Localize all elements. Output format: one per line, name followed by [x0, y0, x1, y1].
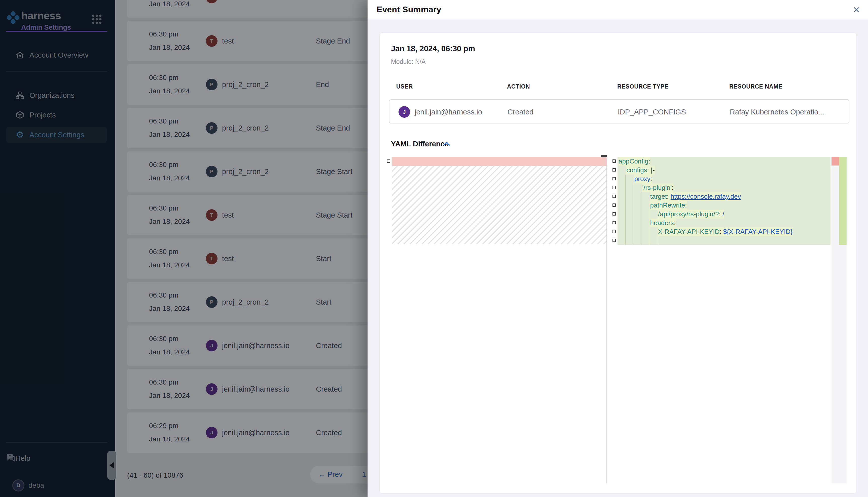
- user-menu[interactable]: D deba: [6, 477, 107, 494]
- avatar: T: [206, 0, 218, 3]
- row-action: Stage End: [316, 37, 350, 45]
- yaml-token: :: [685, 201, 687, 209]
- row-user: test: [222, 37, 234, 45]
- row-date: Jan 18, 2024: [149, 43, 190, 52]
- svg-text:?: ?: [9, 454, 11, 458]
- audit-row[interactable]: 06:30 pmJan 18, 2024Pproj_2_cron_2Stage …: [127, 108, 369, 148]
- audit-row[interactable]: 06:30 pmJan 18, 2024Pproj_2_cron_2Start: [127, 282, 369, 322]
- diff-line-marker[interactable]: [612, 221, 616, 224]
- row-date: Jan 18, 2024: [149, 435, 190, 443]
- row-action: Created: [316, 429, 342, 437]
- yaml-token[interactable]: https://console.rafay.dev: [671, 193, 741, 200]
- yaml-token: [669, 193, 670, 200]
- gear-icon: ⚙: [15, 130, 24, 139]
- yaml-token: pathRewrite: [650, 201, 685, 209]
- diff-line-marker[interactable]: [612, 159, 616, 163]
- user-name: deba: [28, 481, 44, 489]
- event-summary-drawer: Event Summary ✕ Jan 18, 2024, 06:30 pm M…: [368, 0, 868, 497]
- row-user: proj_2_cron_2: [222, 168, 268, 176]
- yaml-token: :: [672, 184, 673, 191]
- event-card: Jan 18, 2024, 06:30 pm Module: N/A USER …: [380, 33, 857, 494]
- audit-row[interactable]: 06:30 pmJan 18, 2024Pproj_2_cron_2End: [127, 65, 369, 105]
- avatar: P: [206, 122, 218, 134]
- diff-line-marker[interactable]: [387, 159, 390, 163]
- diff-code-line: X-RAFAY-API-KEYID: ${X-RAFAY-API-KEYID}: [618, 227, 830, 236]
- event-table-row: J jenil.jain@harness.io Created IDP_APP_…: [389, 99, 849, 124]
- event-action: Created: [508, 108, 534, 116]
- audit-row[interactable]: 06:30 pmJan 18, 2024TtestStart: [127, 239, 369, 279]
- close-icon[interactable]: ✕: [851, 4, 862, 15]
- audit-row[interactable]: 06:30 pmJan 18, 2024Pproj_2_cron_2Stage …: [127, 152, 369, 191]
- yaml-token: appConfig: [619, 157, 648, 165]
- page-number-button[interactable]: 1: [362, 470, 366, 479]
- home-icon: [15, 51, 24, 60]
- diff-line-marker[interactable]: [612, 177, 616, 180]
- indent-guide: [641, 192, 642, 245]
- diff-code-line: pathRewrite:: [618, 201, 830, 210]
- column-header-user: USER: [396, 83, 413, 90]
- brand-name: harness: [21, 10, 61, 22]
- background-page: harness Admin Settings Account OverviewO…: [0, 0, 368, 497]
- row-user: jenil.jain@harness.io: [222, 342, 289, 350]
- yaml-token: [721, 210, 722, 218]
- row-date: Jan 18, 2024: [149, 304, 190, 313]
- pagination-range: (41 - 60) of 10876: [127, 471, 183, 479]
- row-user: test: [222, 0, 234, 2]
- row-action: End: [316, 0, 329, 2]
- audit-row[interactable]: Jan 18, 2024TtestEnd: [127, 0, 369, 18]
- diff-scroll-handle[interactable]: [601, 155, 607, 157]
- minimap-added-track[interactable]: [839, 157, 846, 483]
- sidebar-item-label: Projects: [29, 111, 56, 119]
- audit-row[interactable]: 06:29 pmJan 18, 2024Jjenil.jain@harness.…: [127, 412, 369, 453]
- sidebar-item-account-settings[interactable]: ⚙Account Settings: [6, 127, 107, 143]
- module-grid-icon[interactable]: [92, 15, 101, 24]
- diff-line-marker[interactable]: [612, 203, 616, 207]
- row-user: test: [222, 255, 234, 263]
- avatar: T: [206, 209, 218, 221]
- audit-row[interactable]: 06:30 pmJan 18, 2024TtestStage End: [127, 21, 369, 61]
- event-resource-name: Rafay Kubernetes Operatio...: [730, 108, 825, 116]
- audit-row[interactable]: 06:30 pmJan 18, 2024TtestStage Start: [127, 195, 369, 235]
- yaml-token: :: [719, 210, 720, 218]
- prev-page-button[interactable]: ← Prev: [318, 470, 343, 479]
- sidebar-collapse-button[interactable]: [107, 451, 116, 480]
- sidebar-item-organizations[interactable]: Organizations: [6, 87, 107, 103]
- help-icon: ?: [6, 453, 15, 464]
- accent-divider: [6, 31, 107, 32]
- sidebar-item-account-overview[interactable]: Account Overview: [6, 47, 107, 63]
- diff-line-marker[interactable]: [612, 168, 616, 172]
- sidebar-subtitle: Admin Settings: [21, 24, 71, 31]
- minimap-added-block: [839, 157, 846, 245]
- event-user: jenil.jain@harness.io: [415, 108, 482, 116]
- audit-log-list: Jan 18, 2024TtestEnd06:30 pmJan 18, 2024…: [115, 0, 368, 497]
- drawer-body: Jan 18, 2024, 06:30 pm Module: N/A USER …: [368, 19, 868, 497]
- yaml-token: :: [650, 175, 652, 183]
- diff-code-line: configs: |-: [618, 166, 830, 174]
- minimap-removed-track[interactable]: [831, 157, 839, 483]
- row-time: 06:30 pm: [149, 378, 178, 386]
- column-header-action: ACTION: [507, 83, 530, 90]
- row-date: Jan 18, 2024: [149, 348, 190, 356]
- chevron-up-icon[interactable]: [443, 142, 450, 147]
- yaml-token: :: [648, 157, 650, 165]
- event-module: Module: N/A: [391, 58, 426, 66]
- sidebar-item-help[interactable]: ? Help: [6, 450, 107, 466]
- sidebar: harness Admin Settings Account OverviewO…: [0, 0, 115, 497]
- audit-row[interactable]: 06:30 pmJan 18, 2024Jjenil.jain@harness.…: [127, 369, 369, 409]
- diff-line-marker[interactable]: [612, 239, 616, 242]
- avatar: J: [206, 427, 218, 438]
- diff-line-marker[interactable]: [612, 212, 616, 215]
- row-action: Stage Start: [316, 168, 353, 176]
- row-user: proj_2_cron_2: [222, 124, 268, 132]
- row-date: Jan 18, 2024: [149, 130, 190, 139]
- diff-line-marker[interactable]: [612, 230, 616, 233]
- indent-guide: [633, 183, 633, 245]
- row-time: 06:30 pm: [149, 117, 178, 125]
- row-user: jenil.jain@harness.io: [222, 385, 289, 393]
- row-time: 06:29 pm: [149, 422, 178, 430]
- sidebar-item-projects[interactable]: Projects: [6, 107, 107, 123]
- diff-line-marker[interactable]: [612, 195, 616, 198]
- audit-row[interactable]: 06:30 pmJan 18, 2024Jjenil.jain@harness.…: [127, 325, 369, 366]
- avatar: J: [399, 106, 410, 118]
- diff-line-marker[interactable]: [612, 186, 616, 189]
